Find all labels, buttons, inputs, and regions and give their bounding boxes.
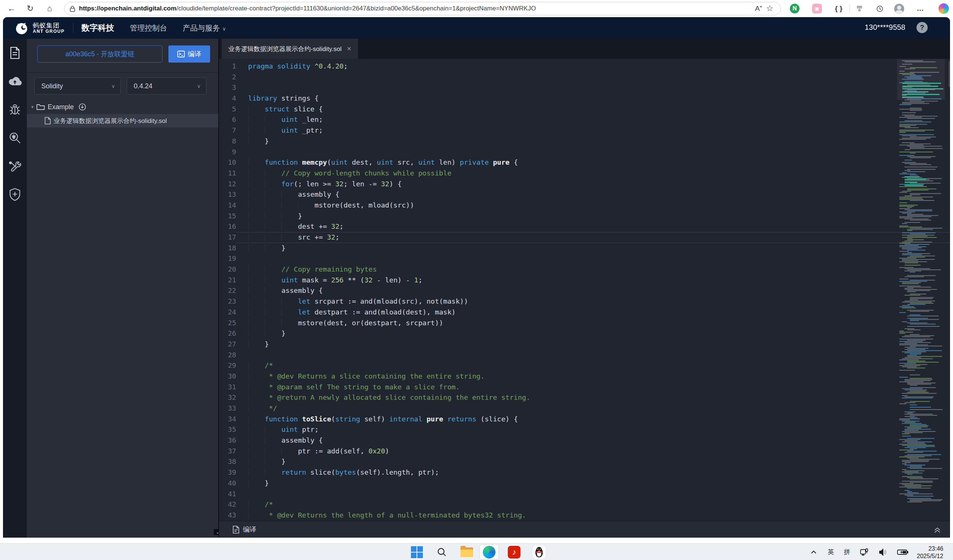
code-line[interactable]: 23 let srcpart := and(mload(src), not(ma… [219,296,950,307]
code-line[interactable]: 16 dest += 32; [219,221,950,232]
code-line[interactable]: 10 function memcpy(uint dest, uint src, … [219,157,950,168]
history-icon[interactable] [874,3,885,14]
qq-app-icon[interactable] [532,545,546,559]
copilot-icon[interactable] [938,3,949,14]
code-line[interactable]: 26 } [219,328,950,339]
code-line[interactable]: 39 return slice(bytes(self).length, ptr)… [219,467,950,478]
files-icon[interactable] [3,39,27,67]
code-line[interactable]: 2 [219,72,950,83]
code-line[interactable]: 40 } [219,478,950,489]
code-line[interactable]: 11 // Copy word-length chunks while poss… [219,168,950,179]
code-line[interactable]: 30 * @dev Returns a slice containing the… [219,371,950,382]
minimap-viewport[interactable] [897,59,945,100]
extension-n-icon[interactable]: N [789,3,800,14]
browser-refresh-button[interactable]: ↻ [24,2,37,15]
browser-home-button[interactable]: ⌂ [43,2,56,15]
debug-bug-icon[interactable] [3,95,27,124]
expand-panel-icon[interactable] [933,525,942,536]
help-button[interactable]: ? [916,22,928,33]
tools-icon[interactable] [3,152,27,180]
code-line[interactable]: 29 /* [219,360,950,371]
code-line[interactable]: 25 mstore(dest, or(destpart, srcpart)) [219,318,950,329]
collections-icon[interactable] [854,3,865,14]
code-line[interactable]: 5 struct slice { [219,104,950,115]
code-line[interactable]: 22 assembly { [219,285,950,296]
code-line[interactable]: 6 uint _len; [219,115,950,125]
settings-more-icon[interactable]: … [915,3,926,14]
nav-console[interactable]: 管理控制台 [130,23,167,33]
code-line[interactable]: 7 uint _ptr; [219,125,950,136]
code-line[interactable]: 9 [219,147,950,158]
speaker-icon[interactable] [878,548,888,556]
code-line[interactable]: 15 } [219,211,950,222]
editor-tab-active[interactable]: 业务逻辑数据浏览器展示合约-solidity.sol ✕ [222,39,358,59]
tree-folder-example[interactable]: ▾ Example [27,101,218,113]
compile-button[interactable]: 编译 [168,45,210,63]
code-line[interactable]: 8 } [219,136,950,147]
code-line[interactable]: 3 [219,82,950,93]
address-bar[interactable]: https://openchain.antdigital.com/cloudid… [64,2,781,15]
code-lines[interactable]: 1pragma solidity ^0.4.20;234library stri… [219,59,950,521]
code-line[interactable]: 42 /* [219,499,950,510]
code-line[interactable]: 27 } [219,339,950,350]
code-line[interactable]: 41 [219,489,950,500]
tray-expand-chevron[interactable] [811,550,816,554]
music-app-icon[interactable]: ♪ [507,545,521,559]
minimap[interactable] [897,59,945,521]
browser-back-button[interactable]: ← [5,2,18,15]
code-line[interactable]: 14 mstore(dest, mload(src)) [219,200,950,211]
language-select[interactable]: Solidity ∨ [34,78,121,95]
chain-select-button[interactable]: a00e36c5 - 开放联盟链 [37,45,163,63]
code-line[interactable]: 17 src += 32; [219,232,950,243]
extension-pink-icon[interactable]: ▣ [812,3,823,14]
ime-language-pinyin[interactable]: 拼 [844,548,850,556]
caret-down-icon[interactable]: ▾ [31,104,37,110]
taskbar-clock[interactable]: 23:46 2025/5/12 [917,545,943,560]
code-line[interactable]: 1pragma solidity ^0.4.20; [219,61,950,72]
code-line[interactable]: 24 let destpart := and(mload(dest), mask… [219,307,950,318]
code-line[interactable]: 35 uint ptr; [219,424,950,435]
chevron-down-icon: ∨ [112,83,115,89]
start-button[interactable] [410,545,424,559]
extensions-icon[interactable]: { } [833,3,844,14]
code-line[interactable]: 18 } [219,243,950,254]
battery-icon[interactable] [897,549,908,555]
code-line[interactable]: 34 function toSlice(string self) interna… [219,414,950,425]
edge-browser-icon[interactable] [482,545,496,559]
ime-language-en[interactable]: 英 [828,548,834,556]
cloud-upload-icon[interactable] [3,67,27,95]
taskbar-search-icon[interactable] [435,545,449,559]
account-phone[interactable]: 130****9558 [865,23,905,32]
usb-device-icon[interactable] [860,548,869,556]
code-line[interactable]: 31 * @param self The string to make a sl… [219,382,950,393]
antgroup-logo-icon [13,20,30,36]
code-line[interactable]: 33 */ [219,403,950,414]
favorite-star-icon[interactable]: ☆ [764,3,775,14]
code-line[interactable]: 19 [219,253,950,264]
security-shield-icon[interactable] [3,180,27,209]
editor-scrollbar-thumb[interactable] [948,61,950,87]
code-line[interactable]: 28 [219,350,950,361]
close-icon[interactable]: ✕ [347,45,352,52]
compile-output-bar[interactable]: 编译 [219,521,950,538]
tree-file-contract[interactable]: 业务逻辑数据浏览器展示合约-solidity.sol [27,114,218,127]
version-select[interactable]: 0.4.24 ∨ [127,78,206,95]
code-line[interactable]: 32 * @return A newly allocated slice con… [219,392,950,403]
code-line[interactable]: 37 ptr := add(self, 0x20) [219,446,950,457]
profile-avatar[interactable] [893,3,905,14]
code-line[interactable]: 43 * @dev Returns the length of a null-t… [219,510,950,521]
nav-digital-tech: 数字科技 [82,22,114,34]
read-aloud-icon[interactable]: A” [753,3,764,14]
file-explorer-icon[interactable] [460,545,474,559]
code-line[interactable]: 38 } [219,456,950,467]
code-line[interactable]: 4library strings { [219,93,950,104]
scan-search-icon[interactable] [3,124,27,152]
url-text[interactable]: https://openchain.antdigital.com/cloudid… [79,5,536,12]
code-line[interactable]: 21 uint mask = 256 ** (32 - len) - 1; [219,275,950,286]
nav-products[interactable]: 产品与服务∨ [183,23,226,33]
code-line[interactable]: 20 // Copy remaining bytes [219,264,950,275]
code-line[interactable]: 13 assembly { [219,189,950,200]
code-line[interactable]: 36 assembly { [219,435,950,446]
cloud-sync-icon[interactable] [78,103,87,111]
code-line[interactable]: 12 for(; len >= 32; len -= 32) { [219,179,950,190]
